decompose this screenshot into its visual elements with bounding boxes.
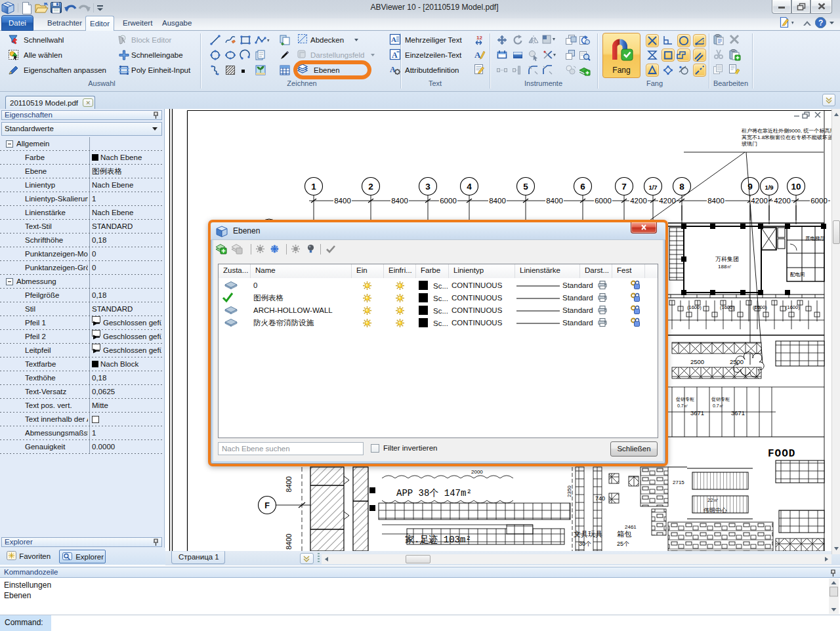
svg-text:8400: 8400 — [285, 476, 293, 492]
svg-text:10: 10 — [791, 182, 801, 192]
svg-text:F: F — [264, 501, 270, 510]
svg-text:(1600): (1600) — [720, 304, 734, 310]
svg-text:Sc...: Sc... — [433, 307, 448, 315]
svg-text:740: 740 — [595, 495, 605, 502]
svg-text:2461: 2461 — [625, 524, 637, 530]
svg-text:6000: 6000 — [595, 197, 612, 205]
svg-text:6000: 6000 — [440, 197, 457, 205]
svg-text:8400: 8400 — [334, 197, 351, 205]
svg-text:(1600): (1600) — [753, 304, 767, 310]
svg-text:188㎡: 188㎡ — [718, 264, 732, 270]
svg-text:3671: 3671 — [731, 409, 745, 417]
svg-text:30个: 30个 — [579, 540, 591, 547]
svg-text:4200: 4200 — [751, 197, 768, 205]
svg-text:配电间: 配电间 — [790, 272, 805, 277]
svg-text:Standard: Standard — [562, 281, 593, 289]
svg-text:Standard: Standard — [562, 319, 593, 327]
svg-text:(1600): (1600) — [687, 304, 702, 310]
svg-text:CONTINUOUS: CONTINUOUS — [452, 294, 503, 302]
svg-text:ARCH-HOLLOW-WALL: ARCH-HOLLOW-WALL — [253, 306, 333, 314]
svg-text:促销专柜: 促销专柜 — [711, 397, 730, 402]
svg-text:8400: 8400 — [546, 197, 563, 205]
svg-text:玻璃门: 玻璃门 — [742, 141, 757, 147]
svg-text:Sc...: Sc... — [433, 319, 448, 327]
svg-text:8400: 8400 — [285, 534, 293, 550]
svg-text:Sc...: Sc... — [433, 295, 448, 302]
svg-text:A: A — [391, 35, 396, 43]
svg-text:8400: 8400 — [707, 197, 724, 205]
svg-text:Sc...: Sc... — [433, 282, 448, 290]
svg-text:8: 8 — [679, 182, 684, 192]
svg-text:A: A — [390, 65, 396, 74]
svg-text:22㎡: 22㎡ — [707, 497, 719, 503]
svg-text:防火卷帘消防设施: 防火卷帘消防设施 — [253, 319, 314, 327]
svg-text:万科集团: 万科集团 — [715, 256, 739, 262]
svg-text:CONTINUOUS: CONTINUOUS — [452, 281, 503, 289]
svg-text:其宽不1.8米橱窗位在右专桥不能破坏蓝线住: 其宽不1.8米橱窗位在右专桥不能破坏蓝线住 — [742, 134, 831, 140]
svg-text:3671: 3671 — [690, 409, 704, 417]
svg-text:促销专柜: 促销专柜 — [676, 397, 694, 402]
svg-text:2715: 2715 — [673, 479, 684, 485]
svg-text:箱包: 箱包 — [617, 530, 632, 538]
svg-text:25个: 25个 — [617, 540, 629, 547]
svg-text:2000: 2000 — [471, 469, 483, 475]
svg-text:2500: 2500 — [690, 358, 704, 365]
svg-text:2350: 2350 — [566, 485, 572, 497]
svg-text:1/7: 1/7 — [648, 184, 657, 191]
svg-text:图例表格: 图例表格 — [253, 294, 284, 302]
svg-text:Standard: Standard — [562, 294, 593, 302]
svg-text:1: 1 — [311, 182, 316, 192]
svg-text:4: 4 — [467, 182, 472, 192]
svg-text:APP 38个 147m²: APP 38个 147m² — [396, 488, 472, 499]
svg-text:FOOD: FOOD — [768, 448, 795, 460]
svg-text:CONTINUOUS: CONTINUOUS — [452, 306, 503, 314]
svg-text:A: A — [474, 50, 481, 60]
svg-text:?: ? — [818, 18, 823, 28]
svg-text:CONTINUOUS: CONTINUOUS — [452, 319, 503, 327]
svg-text:6: 6 — [580, 182, 585, 192]
svg-text:0.7㎡: 0.7㎡ — [713, 403, 724, 408]
svg-text:家.足迹 103m²: 家.足迹 103m² — [405, 534, 471, 545]
svg-text:3: 3 — [425, 182, 430, 192]
svg-text:伟明中心: 伟明中心 — [703, 507, 727, 514]
svg-text:租户将在靠近柱外侧9000, 统一个标高周,: 租户将在靠近柱外侧9000, 统一个标高周, — [741, 128, 831, 134]
svg-text:(1600): (1600) — [786, 304, 800, 310]
svg-text:12: 12 — [476, 35, 482, 41]
svg-text:6000: 6000 — [810, 197, 828, 205]
svg-text:8400: 8400 — [489, 197, 506, 205]
svg-text:原电梯厅: 原电梯厅 — [805, 235, 826, 241]
svg-text:2: 2 — [368, 182, 373, 192]
svg-text:0: 0 — [253, 281, 257, 289]
svg-text:0.7㎡: 0.7㎡ — [677, 403, 688, 408]
svg-text:4200: 4200 — [630, 197, 647, 205]
svg-text:5: 5 — [523, 182, 528, 192]
svg-text:8400: 8400 — [391, 197, 408, 205]
svg-text:1/9: 1/9 — [765, 184, 773, 191]
svg-text:Standard: Standard — [562, 306, 593, 314]
svg-text:4200: 4200 — [774, 197, 791, 205]
svg-text:文具玩具: 文具玩具 — [574, 530, 602, 538]
svg-text:7: 7 — [621, 182, 627, 192]
